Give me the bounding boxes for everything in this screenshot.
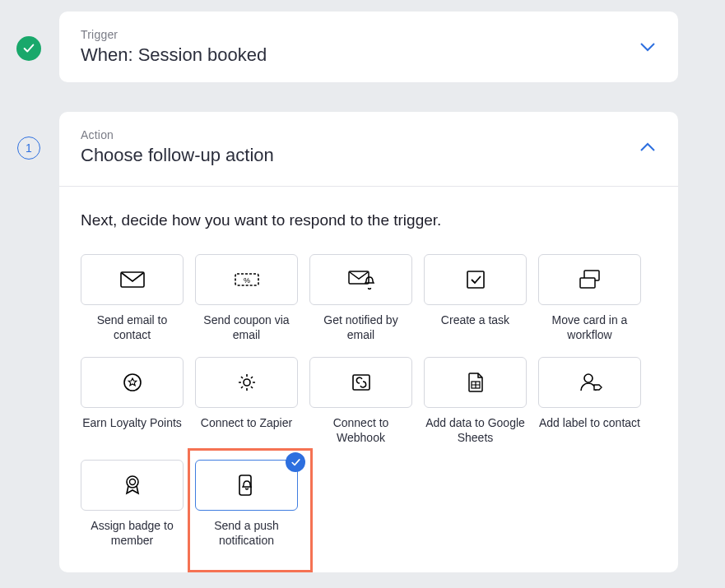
action-option-label: Connect to Webhook (309, 416, 412, 445)
action-label: Action (81, 128, 274, 141)
action-card-header[interactable]: Action Choose follow-up action (59, 112, 678, 186)
action-option-send-coupon[interactable] (195, 254, 298, 305)
action-option-label: Get notified by email (309, 313, 412, 342)
action-option-label: Create a task (441, 313, 509, 328)
action-option-label: Connect to Zapier (201, 416, 292, 431)
action-option-label: Send coupon via email (195, 313, 298, 342)
action-option-label: Move card in a workflow (538, 313, 641, 342)
gear-icon (233, 370, 261, 395)
workflow-card-icon (576, 267, 604, 292)
action-option-earn-points[interactable] (81, 357, 184, 408)
action-option-label: Add label to contact (539, 416, 640, 431)
action-step-indicator: 1 (17, 137, 40, 160)
action-prompt: Next, decide how you want to respond to … (81, 211, 657, 229)
selected-check-icon (286, 452, 305, 472)
chevron-down-icon[interactable] (639, 38, 657, 56)
trigger-card[interactable]: Trigger When: Session booked (59, 12, 678, 82)
badge-icon (119, 473, 146, 498)
action-option-move-card[interactable] (538, 254, 641, 305)
sheet-icon (462, 370, 490, 395)
chevron-up-icon[interactable] (639, 138, 657, 156)
action-card: Action Choose follow-up action Next, dec… (59, 112, 678, 572)
action-option-connect-zapier[interactable] (195, 357, 298, 408)
action-option-label: Send email to contact (81, 313, 184, 342)
action-option-label: Earn Loyalty Points (82, 416, 182, 431)
envelope-icon (119, 267, 146, 292)
action-option-notify-email[interactable] (309, 254, 412, 305)
trigger-title: When: Session booked (81, 44, 267, 66)
star-circle-icon (119, 370, 146, 395)
action-title: Choose follow-up action (81, 145, 274, 166)
action-option-label: Send a push notification (195, 519, 298, 548)
phone-bell-icon (233, 473, 261, 498)
task-check-icon (462, 267, 490, 292)
webhook-icon (347, 370, 375, 395)
action-option-label: Add data to Google Sheets (424, 416, 527, 445)
trigger-complete-indicator (16, 36, 41, 61)
action-option-send-email[interactable] (81, 254, 184, 305)
envelope-bell-icon (347, 267, 375, 292)
coupon-icon (233, 267, 261, 292)
label-contact-icon (576, 370, 604, 395)
action-option-push-notification[interactable] (195, 460, 298, 511)
trigger-label: Trigger (81, 28, 267, 41)
action-option-google-sheets[interactable] (424, 357, 527, 408)
action-option-add-label[interactable] (538, 357, 641, 408)
action-option-connect-webhook[interactable] (309, 357, 412, 408)
action-option-label: Assign badge to member (81, 519, 184, 548)
action-option-create-task[interactable] (424, 254, 527, 305)
action-option-assign-badge[interactable] (81, 460, 184, 511)
